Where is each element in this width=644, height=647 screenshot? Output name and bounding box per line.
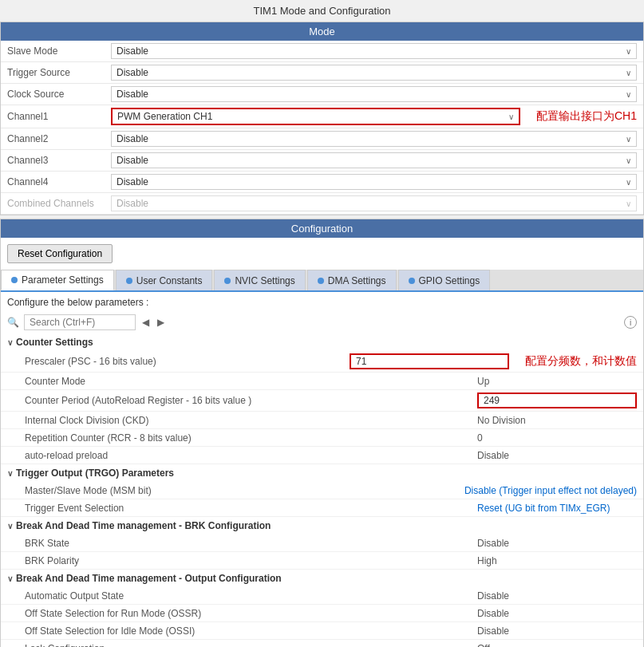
tab-dma-settings[interactable]: DMA Settings [307, 270, 397, 290]
group-header-3[interactable]: ∨ Break And Dead Time management - Outpu… [1, 570, 643, 587]
field-label: Channel4 [7, 176, 111, 187]
field-select[interactable]: Disable∨ [111, 86, 637, 102]
param-value: Disable (Trigger input effect not delaye… [464, 485, 637, 496]
chevron-down-icon: ∨ [626, 156, 631, 165]
field-value: Disable [117, 176, 148, 187]
mode-field-row: Channel1PWM Generation CH1∨配置输出接口为CH1 [1, 105, 643, 128]
field-label: Channel2 [7, 133, 111, 144]
channel1-annotation: 配置输出接口为CH1 [536, 109, 637, 124]
param-label: Off State Selection for Idle Mode (OSSI) [25, 625, 477, 637]
param-row: Internal Clock Division (CKD)No Division [1, 412, 643, 429]
field-value: PWM Generation CH1 [117, 111, 212, 122]
field-select[interactable]: PWM Generation CH1∨ [111, 108, 520, 125]
param-value: Disable [477, 450, 637, 461]
param-row: Prescaler (PSC - 16 bits value)71配置分频数，和… [1, 351, 643, 373]
param-value: Disable [477, 538, 637, 549]
group-header-0[interactable]: ∨ Counter Settings [1, 333, 643, 351]
param-label: Counter Period (AutoReload Register - 16… [25, 395, 477, 406]
mode-field-row: Clock SourceDisable∨ [1, 84, 643, 105]
group-header-1[interactable]: ∨ Trigger Output (TRGO) Parameters [1, 464, 643, 482]
param-value: Disable [477, 590, 637, 602]
field-value: Disable [117, 89, 148, 100]
search-icon: 🔍 [7, 317, 19, 328]
param-label: Prescaler (PSC - 16 bits value) [25, 356, 350, 367]
tab-label: DMA Settings [328, 275, 386, 286]
chevron-down-icon: ∨ [626, 90, 631, 99]
param-label: Lock Configuration [25, 643, 477, 648]
field-value: Disable [117, 45, 148, 57]
param-value: Disable [477, 608, 637, 619]
config-section-header: Configuration [1, 219, 643, 238]
group-toggle-icon: ∨ [7, 338, 13, 347]
tab-nvic-settings[interactable]: NVIC Settings [214, 270, 305, 290]
mode-field-row: Combined ChannelsDisable∨ [1, 193, 643, 215]
param-value[interactable]: 71 [350, 353, 509, 369]
tab-label: NVIC Settings [235, 275, 294, 286]
counter-annotation: 配置分频数，和计数值 [525, 354, 637, 369]
param-row: auto-reload preloadDisable [1, 447, 643, 464]
param-row: Lock ConfigurationOff [1, 640, 643, 647]
param-value: Reset (UG bit from TIMx_EGR) [477, 503, 637, 514]
tab-parameter-settings[interactable]: Parameter Settings [1, 270, 114, 290]
mode-field-row: Slave ModeDisable∨ [1, 41, 643, 62]
mode-field-row: Channel2Disable∨ [1, 128, 643, 150]
tab-user-constants[interactable]: User Constants [116, 270, 213, 290]
tab-label: GPIO Settings [419, 275, 480, 286]
param-value[interactable]: 249 [477, 393, 637, 408]
param-value: 0 [477, 432, 637, 444]
param-row: Off State Selection for Idle Mode (OSSI)… [1, 622, 643, 640]
mode-fields: Slave ModeDisable∨Trigger SourceDisable∨… [1, 41, 643, 215]
group-name: Break And Dead Time management - Output … [16, 573, 282, 584]
param-row: Trigger Event SelectionReset (UG bit fro… [1, 499, 643, 517]
prev-arrow[interactable]: ◀ [140, 317, 151, 328]
field-value: Disable [117, 133, 148, 144]
mode-field-row: Trigger SourceDisable∨ [1, 62, 643, 84]
field-select[interactable]: Disable∨ [111, 174, 637, 190]
field-select[interactable]: Disable∨ [111, 195, 637, 211]
param-value: Up [477, 376, 637, 387]
reset-config-button[interactable]: Reset Configuration [7, 244, 113, 263]
group-name: Break And Dead Time management - BRK Con… [16, 520, 271, 531]
field-select[interactable]: Disable∨ [111, 43, 637, 59]
field-label: Slave Mode [7, 45, 111, 57]
next-arrow[interactable]: ▶ [156, 317, 166, 328]
param-label: auto-reload preload [25, 450, 477, 461]
chevron-down-icon: ∨ [626, 69, 631, 77]
group-toggle-icon: ∨ [7, 469, 13, 478]
param-label: Automatic Output State [25, 590, 477, 602]
counter-settings-wrapper: Prescaler (PSC - 16 bits value)71配置分频数，和… [1, 351, 643, 464]
param-label: Repetition Counter (RCR - 8 bits value) [25, 432, 477, 444]
field-select[interactable]: Disable∨ [111, 152, 637, 168]
param-groups: ∨ Counter SettingsPrescaler (PSC - 16 bi… [1, 333, 643, 647]
field-label: Channel1 [7, 111, 111, 122]
field-select[interactable]: Disable∨ [111, 65, 637, 81]
field-value: Disable [117, 67, 148, 78]
field-select[interactable]: Disable∨ [111, 131, 637, 147]
tab-dot [11, 277, 18, 283]
field-label: Clock Source [7, 89, 111, 100]
tab-dot [224, 278, 231, 284]
param-label: Counter Mode [25, 376, 477, 387]
param-value: Disable [477, 625, 637, 637]
param-label: Off State Selection for Run Mode (OSSR) [25, 608, 477, 619]
param-value: No Division [477, 415, 637, 426]
page-title: TIM1 Mode and Configuration [0, 0, 644, 22]
group-toggle-icon: ∨ [7, 574, 13, 583]
tab-gpio-settings[interactable]: GPIO Settings [398, 270, 491, 290]
config-section: Configuration Reset Configuration Parame… [0, 219, 644, 647]
search-input[interactable] [24, 314, 136, 330]
param-row: Counter Period (AutoReload Register - 16… [1, 390, 643, 412]
tab-label: Parameter Settings [22, 274, 104, 286]
group-name: Counter Settings [16, 337, 93, 348]
chevron-down-icon: ∨ [626, 178, 631, 187]
field-label: Channel3 [7, 155, 111, 166]
tab-label: User Constants [136, 275, 203, 286]
param-label: BRK Polarity [25, 555, 477, 566]
mode-section-header: Mode [1, 22, 643, 41]
configure-label: Configure the below parameters : [1, 292, 643, 311]
info-icon[interactable]: i [624, 316, 637, 329]
field-label: Trigger Source [7, 67, 111, 78]
group-header-2[interactable]: ∨ Break And Dead Time management - BRK C… [1, 517, 643, 535]
param-row: Counter ModeUp [1, 373, 643, 390]
param-row: Master/Slave Mode (MSM bit)Disable (Trig… [1, 482, 643, 499]
